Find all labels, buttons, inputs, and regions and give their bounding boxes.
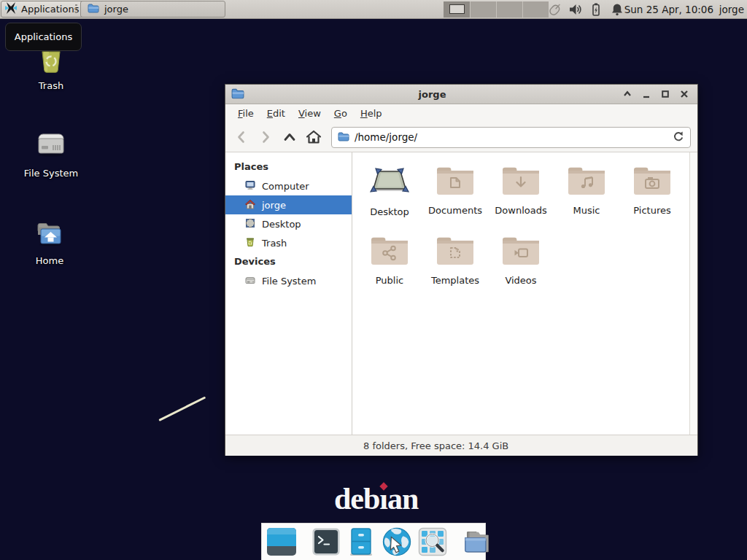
forward-button[interactable]: [256, 128, 275, 147]
file-item-videos[interactable]: Videos: [488, 233, 554, 303]
desktop-icon-file-system[interactable]: File System: [16, 128, 86, 179]
sidebar-item-computer[interactable]: Computer: [225, 176, 352, 195]
menu-edit[interactable]: Edit: [260, 106, 292, 121]
mouse-icon[interactable]: [547, 2, 563, 17]
maximize-button[interactable]: [658, 88, 673, 101]
path-bar[interactable]: /home/jorge/: [331, 127, 691, 148]
statusbar-text: 8 folders, Free space: 14.4 GiB: [363, 440, 508, 451]
menu-file[interactable]: File: [231, 106, 260, 121]
folder-camera-icon: [632, 163, 673, 201]
desktop-icon: [244, 217, 256, 231]
taskbar-window-button[interactable]: jorge: [80, 1, 225, 18]
file-item-pictures[interactable]: Pictures: [619, 163, 685, 233]
file-label: Templates: [431, 275, 479, 286]
home-button[interactable]: [304, 128, 323, 147]
file-cabinet-icon[interactable]: [347, 526, 376, 557]
window-titlebar[interactable]: jorge: [225, 85, 697, 104]
sidebar-item-trash[interactable]: Trash: [225, 233, 352, 252]
file-item-desktop[interactable]: Desktop: [357, 163, 422, 233]
menu-help[interactable]: Help: [354, 106, 389, 121]
sidebar-item-desktop[interactable]: Desktop: [225, 214, 352, 233]
statusbar: 8 folders, Free space: 14.4 GiB: [225, 435, 697, 456]
workspace-4[interactable]: [522, 1, 549, 18]
computer-icon: [244, 179, 256, 193]
file-item-templates[interactable]: Templates: [422, 233, 488, 303]
terminal-icon[interactable]: [311, 526, 341, 557]
desktop-wallpaper-line: [158, 396, 206, 421]
path-folder-icon: [338, 131, 349, 144]
applications-tooltip-text: Applications: [15, 31, 72, 42]
trash-small-icon: [244, 236, 256, 250]
desktop-special-icon: [368, 163, 411, 203]
notifications-bell-icon[interactable]: [610, 2, 626, 17]
show-desktop-icon[interactable]: [266, 526, 297, 557]
shade-button[interactable]: [620, 88, 635, 101]
web-browser-globe-icon[interactable]: [382, 526, 412, 557]
window-content: Places Computer: [225, 152, 697, 435]
hard-drive-icon: [16, 128, 86, 163]
file-item-documents[interactable]: Documents: [422, 163, 488, 233]
file-label: Music: [573, 205, 600, 216]
file-label: Downloads: [495, 205, 546, 216]
window-title: jorge: [249, 89, 616, 100]
close-button[interactable]: [677, 88, 692, 101]
taskbar-window-label: jorge: [104, 4, 128, 15]
file-label: Documents: [428, 205, 482, 216]
file-label: Videos: [505, 275, 536, 286]
file-label: Desktop: [370, 206, 409, 217]
desktop-icon-label: Home: [15, 255, 85, 266]
folder-document-icon: [435, 163, 476, 201]
sidebar-item-label: Computer: [262, 181, 309, 192]
taskbar-folder-icon: [88, 3, 99, 15]
applications-menu-label: Applications: [21, 4, 79, 15]
file-item-public[interactable]: Public: [357, 233, 422, 303]
folder-video-icon: [500, 233, 541, 271]
folder-shortcut-icon[interactable]: [462, 526, 492, 557]
debian-logo-i: ı: [379, 482, 387, 516]
back-button[interactable]: [232, 128, 251, 147]
folder-music-icon: [566, 163, 607, 201]
sidebar-item-jorge[interactable]: jorge: [225, 195, 352, 214]
applications-tooltip: Applications: [5, 23, 82, 51]
vertical-scrollbar[interactable]: [689, 152, 697, 435]
file-item-downloads[interactable]: Downloads: [488, 163, 554, 233]
sidebar-item-label: Desktop: [262, 219, 301, 230]
file-item-music[interactable]: Music: [554, 163, 619, 233]
panel-clock[interactable]: Sun 25 Apr, 10:06: [624, 0, 713, 19]
sidebar-item-label: jorge: [262, 200, 286, 211]
dock: [261, 523, 486, 560]
panel-username[interactable]: jorge: [719, 0, 744, 19]
debian-logo-text: deb: [334, 482, 379, 516]
workspace-3[interactable]: [496, 1, 522, 18]
panel-separator-handle: [75, 4, 77, 15]
folder-share-icon: [369, 233, 410, 271]
workspace-1[interactable]: [444, 1, 470, 18]
devices-header: Devices: [225, 252, 352, 271]
menu-go[interactable]: Go: [328, 106, 354, 121]
sidebar-item-label: Trash: [262, 238, 287, 249]
path-input[interactable]: /home/jorge/: [355, 131, 667, 143]
home-icon: [244, 198, 256, 212]
file-label: Pictures: [633, 205, 670, 216]
desktop-icon-home[interactable]: Home: [15, 216, 85, 266]
volume-icon[interactable]: [568, 2, 584, 17]
file-label: Public: [376, 275, 403, 286]
file-grid: Desktop Documents: [353, 152, 697, 435]
sidebar-item-label: File System: [262, 276, 316, 287]
applications-menu-button[interactable]: Applications: [1, 1, 86, 18]
up-button[interactable]: [280, 128, 299, 147]
menu-view[interactable]: View: [292, 106, 328, 121]
top-panel: Applications jorge: [0, 0, 747, 19]
app-finder-icon[interactable]: [418, 526, 447, 557]
minimize-button[interactable]: [639, 88, 654, 101]
sidebar-item-file-system[interactable]: File System: [225, 271, 352, 290]
workspace-window-thumbnail: [449, 4, 465, 14]
folder-template-icon: [435, 233, 476, 271]
folder-download-icon: [500, 163, 541, 201]
reload-icon[interactable]: [673, 131, 684, 144]
workspace-2[interactable]: [470, 1, 496, 18]
battery-icon[interactable]: [589, 2, 605, 17]
desktop-icon-label: Trash: [16, 80, 86, 91]
workspace-switcher[interactable]: [444, 1, 549, 18]
debian-logo-text: an: [387, 482, 418, 516]
